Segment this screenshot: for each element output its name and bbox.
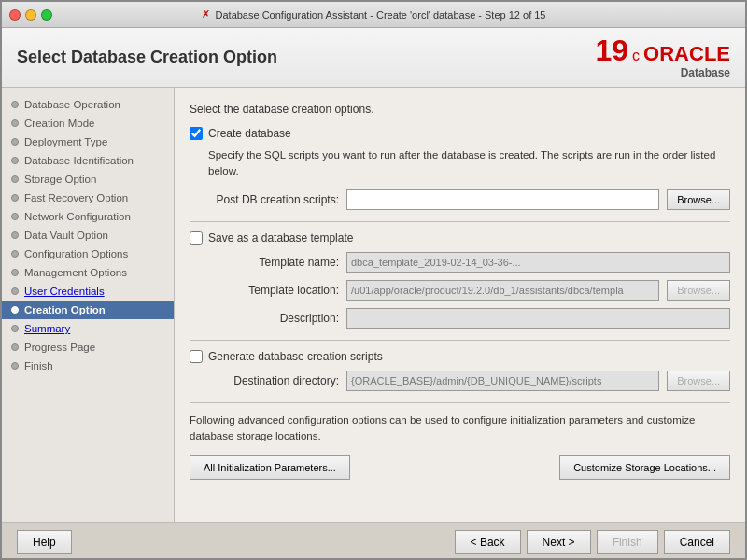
footer-left: Help xyxy=(17,530,72,554)
sidebar-label-finish: Finish xyxy=(24,360,53,371)
title-bar: ✗ Database Configuration Assistant - Cre… xyxy=(2,2,745,28)
oracle-version-badge: 19c ORACLE xyxy=(596,35,730,66)
sidebar-label-management-options: Management Options xyxy=(24,267,127,278)
step-dot xyxy=(11,175,19,183)
sidebar-item-creation-option[interactable]: Creation Option xyxy=(2,301,174,319)
step-dot xyxy=(11,325,19,332)
footer: Help < Back Next > Finish Cancel xyxy=(2,522,745,560)
main-panel: Select the database creation options. Cr… xyxy=(175,88,745,522)
window-controls[interactable] xyxy=(9,9,52,21)
sidebar-label-deployment-type: Deployment Type xyxy=(24,136,107,147)
maximize-window-button[interactable] xyxy=(41,9,52,21)
oracle-version-number: 19 xyxy=(596,35,629,65)
back-button[interactable]: < Back xyxy=(455,530,521,554)
sidebar-item-configuration-options: Configuration Options xyxy=(2,245,174,263)
generate-scripts-section: Generate database creation scripts Desti… xyxy=(190,350,730,391)
oracle-version-c: c xyxy=(632,48,640,64)
step-dot xyxy=(11,250,19,258)
step-dot xyxy=(11,287,19,295)
sidebar-label-creation-mode: Creation Mode xyxy=(24,118,94,129)
minimize-window-button[interactable] xyxy=(25,9,36,21)
sidebar-label-progress-page: Progress Page xyxy=(24,342,95,353)
template-name-row: Template name: xyxy=(190,252,730,273)
sidebar-label-creation-option: Creation Option xyxy=(24,304,106,315)
finish-button: Finish xyxy=(597,530,658,554)
step-dot xyxy=(11,269,19,276)
divider-3 xyxy=(190,402,730,403)
page-title: Select Database Creation Option xyxy=(17,48,277,67)
generate-scripts-checkbox[interactable] xyxy=(190,350,203,363)
help-button[interactable]: Help xyxy=(17,530,72,554)
title-bar-text: ✗ Database Configuration Assistant - Cre… xyxy=(202,8,546,21)
template-location-browse-button: Browse... xyxy=(667,280,730,301)
sidebar-item-user-credentials[interactable]: User Credentials xyxy=(2,282,174,301)
sidebar-item-database-operation: Database Operation xyxy=(2,95,174,114)
template-location-row: Template location: Browse... xyxy=(190,280,730,301)
footer-right: < Back Next > Finish Cancel xyxy=(455,530,730,554)
post-scripts-browse-button[interactable]: Browse... xyxy=(667,189,730,210)
sidebar-item-management-options: Management Options xyxy=(2,263,174,282)
sidebar-label-data-vault-option: Data Vault Option xyxy=(24,230,108,241)
app-icon: ✗ xyxy=(202,8,210,21)
save-template-checkbox-row: Save as a database template xyxy=(190,231,730,245)
sidebar-item-finish: Finish xyxy=(2,357,174,375)
oracle-subtitle: Database xyxy=(681,66,730,79)
step-dot xyxy=(11,362,19,370)
advanced-description: Following advanced configuration options… xyxy=(190,413,730,445)
dest-dir-row: Destination directory: Browse... xyxy=(190,371,730,391)
dest-dir-input xyxy=(346,371,659,391)
post-scripts-input[interactable] xyxy=(346,189,659,210)
sidebar-label-configuration-options: Configuration Options xyxy=(24,248,128,259)
divider-1 xyxy=(190,221,730,222)
title-text: Database Configuration Assistant - Creat… xyxy=(216,9,546,21)
save-template-label[interactable]: Save as a database template xyxy=(208,231,353,245)
dest-dir-browse-button: Browse... xyxy=(667,371,730,391)
sidebar: Database Operation Creation Mode Deploym… xyxy=(2,88,175,522)
customize-storage-button[interactable]: Customize Storage Locations... xyxy=(559,455,730,480)
save-template-checkbox[interactable] xyxy=(190,231,203,245)
create-database-checkbox-row: Create database xyxy=(190,127,730,140)
create-database-label[interactable]: Create database xyxy=(208,127,291,140)
description-label: Description: xyxy=(190,312,339,325)
sidebar-label-user-credentials: User Credentials xyxy=(24,286,105,297)
step-dot xyxy=(11,157,19,164)
header: Select Database Creation Option 19c ORAC… xyxy=(2,28,745,88)
generate-scripts-label[interactable]: Generate database creation scripts xyxy=(208,350,383,363)
template-name-label: Template name: xyxy=(190,256,339,269)
divider-2 xyxy=(190,340,730,341)
template-location-input xyxy=(346,280,659,301)
next-button[interactable]: Next > xyxy=(527,530,591,554)
sidebar-item-creation-mode: Creation Mode xyxy=(2,114,174,133)
create-database-description: Specify the SQL scripts you want to run … xyxy=(208,147,722,180)
step-dot xyxy=(11,101,19,108)
save-template-section: Save as a database template Template nam… xyxy=(190,231,730,329)
create-database-section: Create database Specify the SQL scripts … xyxy=(190,127,730,210)
sidebar-label-storage-option: Storage Option xyxy=(24,174,96,185)
close-window-button[interactable] xyxy=(9,9,21,21)
main-window: Select Database Creation Option 19c ORAC… xyxy=(2,28,745,560)
create-database-checkbox[interactable] xyxy=(190,127,203,140)
sidebar-label-summary: Summary xyxy=(24,323,70,334)
content-area: Database Operation Creation Mode Deploym… xyxy=(2,88,745,522)
description-input xyxy=(346,308,730,329)
sidebar-label-network-configuration: Network Configuration xyxy=(24,211,131,222)
step-dot xyxy=(11,343,19,351)
sidebar-item-database-identification: Database Identification xyxy=(2,151,174,170)
dest-dir-label: Destination directory: xyxy=(190,374,339,387)
sidebar-item-network-configuration: Network Configuration xyxy=(2,207,174,226)
step-dot xyxy=(11,194,19,202)
oracle-brand-text: ORACLE xyxy=(643,42,730,66)
sidebar-item-storage-option: Storage Option xyxy=(2,170,174,189)
sidebar-item-summary[interactable]: Summary xyxy=(2,319,174,338)
cancel-button[interactable]: Cancel xyxy=(664,530,730,554)
sidebar-label-fast-recovery-option: Fast Recovery Option xyxy=(24,192,128,203)
step-dot xyxy=(11,213,19,220)
oracle-logo: 19c ORACLE Database xyxy=(596,35,730,79)
description-row: Description: xyxy=(190,308,730,329)
panel-intro: Select the database creation options. xyxy=(190,103,730,116)
advanced-buttons: All Initialization Parameters... Customi… xyxy=(190,455,730,480)
sidebar-item-deployment-type: Deployment Type xyxy=(2,133,174,151)
sidebar-label-database-operation: Database Operation xyxy=(24,99,120,110)
all-init-params-button[interactable]: All Initialization Parameters... xyxy=(190,455,350,480)
step-dot xyxy=(11,306,19,314)
